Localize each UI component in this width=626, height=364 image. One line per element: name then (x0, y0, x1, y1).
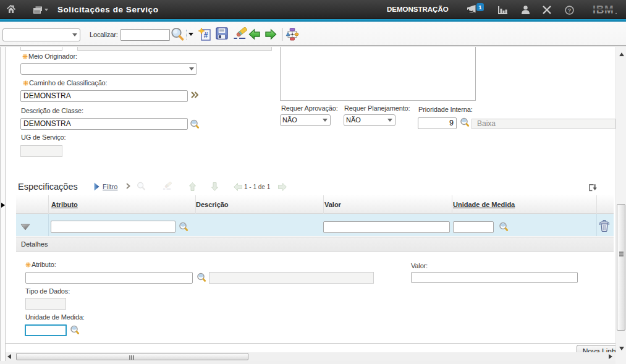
svg-text:IBM: IBM (593, 6, 614, 15)
svg-text:?: ? (568, 7, 572, 14)
svg-text:#: # (204, 31, 208, 40)
